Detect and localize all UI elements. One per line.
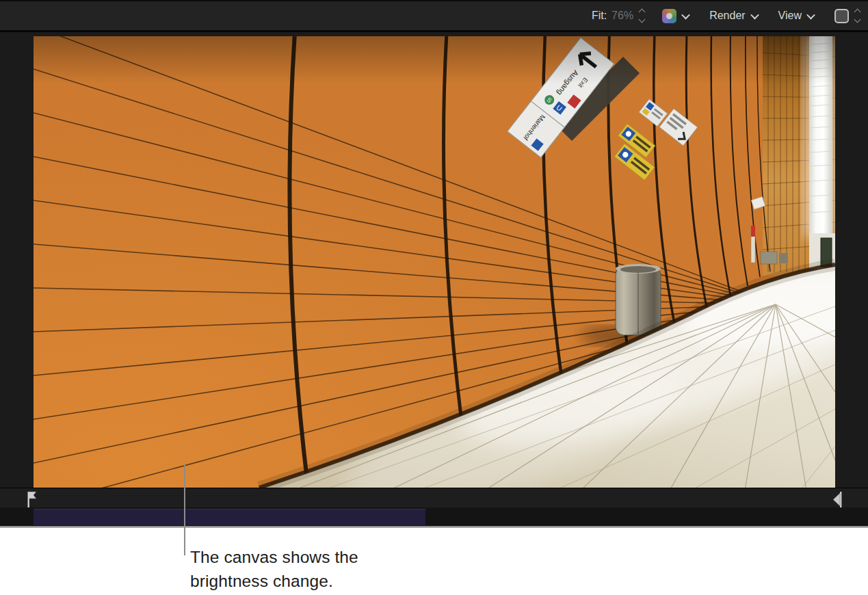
fit-label: Fit: bbox=[592, 10, 607, 22]
display-control[interactable] bbox=[834, 9, 860, 23]
chevron-down-icon bbox=[806, 10, 815, 19]
caption-line-2: brightness change. bbox=[190, 569, 358, 593]
zoom-value: 76% bbox=[611, 10, 633, 22]
timeline-marker-row bbox=[0, 488, 868, 507]
view-label: View bbox=[778, 10, 802, 22]
render-label: Render bbox=[709, 10, 745, 22]
render-progress-bar bbox=[34, 509, 425, 525]
toolbar-right-cluster: Fit: 76% Render View bbox=[592, 1, 860, 30]
canvas-toolbar: Fit: 76% Render View bbox=[0, 0, 868, 32]
color-swatch-icon bbox=[662, 9, 676, 23]
panel-bottom-edge bbox=[0, 526, 868, 528]
caption-line-1: The canvas shows the bbox=[190, 545, 358, 569]
timeline-render-row[interactable] bbox=[0, 507, 868, 526]
canvas-area: Ausgang Exit S U Marienhof bbox=[0, 32, 868, 488]
chevron-down-icon bbox=[681, 10, 690, 19]
view-menu[interactable]: View bbox=[778, 10, 814, 22]
render-menu[interactable]: Render bbox=[709, 10, 757, 22]
display-icon bbox=[834, 9, 849, 23]
zoom-stepper-icon[interactable] bbox=[640, 9, 644, 23]
zoom-fit-control[interactable]: Fit: 76% bbox=[592, 9, 644, 23]
chevron-down-icon bbox=[750, 10, 759, 19]
display-stepper-icon bbox=[855, 9, 860, 23]
tunnel-photo-graphic: Ausgang Exit S U Marienhof bbox=[34, 36, 835, 488]
canvas-photo[interactable]: Ausgang Exit S U Marienhof bbox=[34, 36, 835, 488]
color-channel-control[interactable] bbox=[662, 9, 689, 23]
caption: The canvas shows the brightness change. bbox=[190, 545, 358, 593]
callout-line bbox=[184, 465, 185, 555]
